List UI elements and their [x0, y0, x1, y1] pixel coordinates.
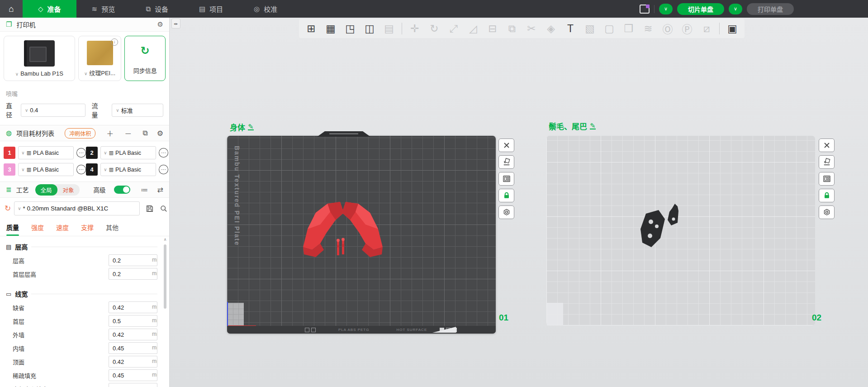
arrange-plate-button[interactable] [819, 172, 835, 186]
filament-select[interactable]: ∨▥PLA Basic [18, 146, 74, 159]
filament-more-button[interactable]: ⋯ [159, 148, 168, 158]
plate-2-name[interactable]: 鬃毛、尾巴 ✎ [549, 120, 596, 132]
cut-icon[interactable]: ✂ [525, 22, 538, 35]
filament-select[interactable]: ∨▥PLA Basic [18, 163, 74, 176]
assembly-view-icon[interactable]: ▣ [726, 22, 739, 35]
filament-select[interactable]: ∨▥PLA Basic [100, 146, 156, 159]
tab-support[interactable]: 支撑 [81, 223, 94, 236]
lay-on-face-icon[interactable]: ◿ [466, 22, 480, 35]
printer-select-card[interactable]: ∨Bambu Lab P1S [4, 36, 75, 81]
split-icon[interactable]: ⊟ [486, 22, 499, 35]
paint-icon[interactable]: ◈ [544, 22, 558, 35]
print-dropdown-button[interactable]: ∨ [729, 4, 742, 14]
mesh-edit-icon[interactable]: ▢ [602, 22, 616, 35]
build-plate-1[interactable]: Bambu Textured PEI Plate [227, 136, 496, 334]
home-button[interactable]: ⌂ [0, 0, 23, 18]
negative-part-icon[interactable]: Ⓞ [661, 22, 674, 35]
arrange-plate-button[interactable] [498, 172, 514, 186]
tab-device[interactable]: ⧉设备 [130, 0, 184, 18]
build-plate-2[interactable] [546, 136, 815, 325]
modifier-icon[interactable]: Ⓟ [680, 22, 694, 35]
move-icon[interactable]: ✛ [408, 22, 422, 35]
scroll-up-icon[interactable]: ∧ [162, 237, 168, 242]
rotate-icon[interactable]: ↻ [427, 22, 441, 35]
tab-strength[interactable]: 强度 [31, 223, 44, 236]
search-settings-icon[interactable] [160, 205, 168, 213]
tab-others[interactable]: 其他 [106, 223, 119, 236]
add-plate-icon[interactable]: ▦ [324, 22, 337, 35]
tab-speed[interactable]: 速度 [56, 223, 69, 236]
plate-settings-button[interactable] [498, 205, 514, 219]
flow-select[interactable]: ∨标准 [112, 104, 163, 117]
ams-sync-icon[interactable]: ⧉ [142, 129, 147, 137]
printer-settings-gear-icon[interactable]: ⚙ [157, 20, 163, 29]
param-input[interactable]: 0.45mm [109, 342, 157, 354]
lock-plate-button[interactable] [819, 189, 835, 202]
printer-name[interactable]: ∨Bambu Lab P1S [4, 70, 75, 77]
tab-preview[interactable]: ≋预览 [76, 0, 131, 18]
add-filament-icon[interactable]: ＋ [106, 128, 114, 139]
delete-plate-button[interactable] [498, 139, 514, 152]
orient-plate-button[interactable] [498, 155, 514, 169]
arrange-icon[interactable]: ◫ [363, 22, 376, 35]
param-input[interactable]: 0.45mm [109, 369, 157, 381]
add-model-icon[interactable]: ⊞ [304, 22, 318, 35]
filament-more-button[interactable]: ⋯ [76, 148, 86, 158]
auto-orient-icon[interactable]: ◳ [343, 22, 357, 35]
color-group-icon[interactable]: ▧ [583, 22, 597, 35]
sidebar-collapse-handle[interactable]: ◂▸ [171, 19, 180, 29]
tab-quality[interactable]: 质量 [6, 223, 19, 236]
print-plate-button[interactable]: 打印单盘 [747, 3, 794, 15]
sync-info-button[interactable]: ↻ 同步信息 [124, 36, 166, 81]
process-preset-select[interactable]: ∨* 0.20mm Standard @BBL X1C [14, 201, 140, 215]
tab-calibration[interactable]: ◎校准 [238, 0, 293, 18]
scope-object-button[interactable]: 对象 [57, 184, 80, 196]
nozzle-diameter-select[interactable]: ∨0.4 [21, 104, 86, 117]
edit-plate-name-icon[interactable]: ✎ [590, 123, 596, 129]
model-mane-tail-parts[interactable] [546, 136, 815, 325]
tab-prepare[interactable]: ◇准备 [23, 0, 76, 18]
variable-layer-height-icon[interactable]: ≋ [641, 22, 655, 35]
edit-plate-name-icon[interactable]: ✎ [248, 124, 254, 130]
slice-dropdown-button[interactable]: ∨ [659, 4, 673, 14]
lock-plate-button[interactable] [498, 189, 514, 202]
filament-color-swatch[interactable]: 1 [4, 147, 15, 159]
reset-preset-icon[interactable]: ↻ [5, 204, 11, 213]
measure-icon[interactable]: ⧄ [700, 22, 713, 35]
param-input[interactable]: 0.2mm [109, 254, 157, 266]
scrollbar-thumb[interactable] [164, 244, 166, 309]
boolean-icon[interactable]: ⧉ [505, 22, 519, 35]
tab-project[interactable]: ▤项目 [184, 0, 238, 18]
filament-color-swatch[interactable]: 2 [86, 147, 98, 159]
flush-volume-button[interactable]: 冲刷体积 [65, 128, 95, 139]
param-input[interactable]: 0.5mm [109, 315, 157, 327]
params-scrollbar[interactable]: ∧ [162, 237, 168, 387]
param-input[interactable]: 0.42mm [109, 301, 157, 313]
advanced-toggle[interactable] [114, 186, 130, 194]
model-body-parts[interactable] [227, 136, 496, 334]
plate-type[interactable]: ∨纹理PEI... [79, 68, 121, 77]
remove-filament-icon[interactable]: － [124, 128, 132, 139]
plate-layout-icon[interactable] [640, 5, 650, 14]
param-input[interactable]: 0.42mm [109, 329, 157, 340]
fix-model-icon[interactable]: ❒ [622, 22, 636, 35]
3d-viewport[interactable]: ◂▸ ⊞ ▦ ◳ ◫ ▤ ✛ ↻ ⤢ ◿ ⊟ ⧉ ✂ ◈ T ▧ ▢ ❒ ≋ Ⓞ… [170, 18, 868, 387]
param-input[interactable]: 0.2mm [109, 268, 157, 280]
save-preset-icon[interactable] [146, 205, 154, 213]
split-objects-icon[interactable]: ▤ [382, 22, 396, 35]
param-input[interactable]: 0.42mm [109, 383, 157, 387]
plate-settings-button[interactable] [819, 205, 835, 219]
info-icon[interactable]: i [111, 38, 118, 46]
delete-plate-button[interactable] [819, 139, 835, 152]
slice-plate-button[interactable]: 切片单盘 [677, 3, 724, 15]
filament-color-swatch[interactable]: 4 [86, 163, 98, 176]
filament-settings-gear-icon[interactable]: ⚙ [157, 129, 163, 138]
compare-preset-icon[interactable]: ⇄ [157, 186, 163, 194]
filament-color-swatch[interactable]: 3 [4, 163, 15, 176]
scope-global-button[interactable]: 全局 [35, 184, 57, 196]
text-tool-icon[interactable]: T [564, 22, 577, 35]
param-input[interactable]: 0.42mm [109, 356, 157, 368]
filament-more-button[interactable]: ⋯ [159, 165, 168, 174]
build-plate-select-card[interactable]: i ∨纹理PEI... [78, 36, 122, 81]
filament-more-button[interactable]: ⋯ [76, 165, 86, 174]
